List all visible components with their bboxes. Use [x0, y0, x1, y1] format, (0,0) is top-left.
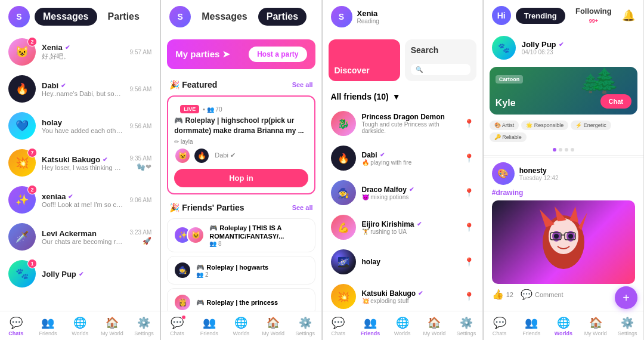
nav-worlds[interactable]: 🌐 Worlds: [64, 315, 96, 338]
friend-item[interactable]: 💥 Katsuki Bakugo ✔ 💥 exploding stuff 📍: [323, 279, 482, 311]
friend-item[interactable]: 💪 Eijiro Kirishima ✔ 🏋 rushing to UA 📍: [323, 210, 482, 245]
screen2-header: S Messages Parties: [161, 0, 321, 33]
chat-item[interactable]: 🗡️ Levi Ackerman Our chats are becoming …: [0, 218, 160, 255]
parties-tab[interactable]: Parties: [102, 8, 145, 26]
nav-friends[interactable]: 👥 Friends: [193, 315, 225, 338]
nav-myworld[interactable]: 🏠 My World: [96, 315, 128, 338]
featured-party-title: 🎮 Roleplay | highschool rp(pick ur dormm…: [174, 116, 308, 136]
screen-worlds: Hi Trending Following 99+ 🔔 🐾 Jolly Pup …: [484, 0, 644, 340]
location-icon: 📍: [464, 292, 474, 301]
friend-item[interactable]: 🔥 Dabi ✔ 🔥 playing with fire 📍: [323, 141, 482, 175]
friends-parties-section-header: 🎉 Friends' Parties See all: [161, 198, 321, 215]
search-button[interactable]: Search: [405, 39, 476, 81]
messages-tab[interactable]: Messages: [196, 8, 253, 26]
user-avatar: S: [8, 6, 30, 27]
chat-list: 😺 2 Xenia ✔ 好,好吧。 9:57 AM 🔥: [0, 33, 160, 311]
nav-label-worlds: Worlds: [555, 330, 572, 336]
nav-chats[interactable]: 💬 Chats: [161, 315, 193, 338]
location-icon: 📍: [464, 153, 474, 163]
chat-time: 9:56 AM: [130, 123, 152, 129]
chat-time: 9:35 AM: [130, 155, 152, 162]
search-input[interactable]: [411, 64, 470, 75]
nav-settings[interactable]: ⚙️ Settings: [128, 315, 160, 338]
nav-myworld[interactable]: 🏠 My World: [580, 315, 612, 338]
nav-label-chats: Chats: [332, 330, 346, 336]
featured-see-all[interactable]: See all: [292, 81, 313, 88]
chat-item[interactable]: 🐾 1 Jolly Pup ✔: [0, 255, 160, 292]
messages-tab[interactable]: Messages: [35, 8, 97, 26]
nav-worlds[interactable]: 🌐 Worlds: [547, 315, 580, 338]
friends-icon: 👥: [41, 316, 54, 329]
nav-worlds[interactable]: 🌐 Worlds: [225, 315, 258, 338]
nav-myworld[interactable]: 🏠 My World: [418, 315, 450, 338]
chat-item[interactable]: 💥 7 Katsuki Bakugo ✔ Hey loser, I was th…: [0, 144, 160, 181]
jolly-pup-card[interactable]: 🐾 Jolly Pup ✔ 04/10 06:23: [484, 31, 643, 64]
host-party-button[interactable]: Host a party: [249, 47, 306, 62]
friend-item[interactable]: 🌌 holay 📍: [323, 245, 482, 279]
discover-button[interactable]: Discover: [329, 39, 400, 81]
friend-avatar: 🧙: [331, 180, 356, 205]
post-username: honesty: [519, 166, 559, 175]
friends-parties-see-all[interactable]: See all: [292, 204, 313, 211]
nav-friends[interactable]: 👥 Friends: [354, 315, 386, 338]
nav-settings[interactable]: ⚙️ Settings: [450, 315, 482, 338]
nav-chats[interactable]: 💬 Chats: [484, 315, 516, 338]
fab-add-button[interactable]: +: [615, 286, 637, 309]
following-button[interactable]: Following 99+: [570, 7, 617, 24]
friends-icon: 👥: [203, 316, 216, 329]
nav-friends[interactable]: 👥 Friends: [515, 315, 547, 338]
nav-settings[interactable]: ⚙️ Settings: [289, 315, 321, 338]
avatar: ✨ 2: [8, 186, 36, 214]
chat-name: holay: [42, 118, 62, 127]
trending-button[interactable]: Trending: [516, 8, 565, 24]
nav-chats[interactable]: 💬 Chats: [323, 315, 355, 338]
nav-settings[interactable]: ⚙️ Settings: [611, 315, 643, 338]
featured-party-card[interactable]: LIVE • 👥 70 🎮 Roleplay | highschool rp(p…: [167, 95, 315, 194]
my-parties-banner[interactable]: My parties ➤ Host a party: [167, 39, 315, 69]
following-count: 99+: [589, 18, 598, 24]
live-count: • 👥 70: [203, 106, 222, 113]
chat-item[interactable]: ✨ 2 xeniaa ✔ Oof!! Look at me! I'm so cu…: [0, 181, 160, 218]
character-art: [528, 203, 599, 281]
chats-icon: 💬: [493, 316, 506, 329]
chat-name: Jolly Pup: [42, 270, 76, 279]
header-username: Xenia: [357, 9, 379, 18]
party-avatar: 🧙: [174, 261, 191, 279]
friend-status: 😈 mixing potions: [362, 194, 458, 200]
nav-label-friends: Friends: [200, 330, 218, 336]
friend-item[interactable]: 🧙 Draco Malfoy ✔ 😈 mixing potions 📍: [323, 175, 482, 210]
post-image: [492, 200, 635, 284]
nav-chats[interactable]: 💬 Chats: [0, 315, 32, 338]
location-icon: 📍: [464, 257, 474, 267]
nav-worlds[interactable]: 🌐 Worlds: [386, 315, 419, 338]
nav-label-chats: Chats: [170, 330, 184, 336]
avatar: 🗡️: [8, 223, 36, 251]
screen3-header: S Xenia Reading: [323, 0, 482, 33]
bottom-nav: 💬 Chats 👥 Friends 🌐 Worlds 🏠 My World ⚙️…: [323, 311, 482, 340]
party-card[interactable]: 👸 🎮 Roleplay | the princess: [167, 288, 315, 311]
nav-label-myworld: My World: [423, 330, 445, 336]
friend-item[interactable]: 🐉 Princess Dragon Demon Tough and cute P…: [323, 106, 482, 141]
screen-parties: S Messages Parties My parties ➤ Host a p…: [161, 0, 321, 340]
chat-item[interactable]: 😺 2 Xenia ✔ 好,好吧。 9:57 AM: [0, 33, 160, 70]
hop-in-button[interactable]: Hop in: [174, 169, 308, 187]
nav-friends[interactable]: 👥 Friends: [32, 315, 64, 338]
chat-item[interactable]: 🔥 Dabi ✔ Hey..name's Dabi, but some... 9…: [0, 70, 160, 107]
chat-item[interactable]: 💙 holay You have added each other ... 9:…: [0, 107, 160, 144]
parties-tab[interactable]: Parties: [258, 8, 306, 26]
dot-2: [559, 148, 562, 152]
nav-myworld[interactable]: 🏠 My World: [257, 315, 289, 338]
chats-icon: 💬: [10, 316, 23, 329]
like-button[interactable]: 👍 12: [492, 289, 513, 300]
party-card[interactable]: 🧙 🎮 Roleplay | hogwarts 👥 2: [167, 256, 315, 285]
svg-point-9: [568, 234, 573, 239]
chats-icon: 💬: [171, 316, 184, 329]
comment-button[interactable]: 💬 Comment: [521, 289, 564, 300]
kyle-card[interactable]: Cartoon Kyle Chat 🌲 🌲: [490, 67, 637, 115]
party-card[interactable]: ✨ 😺 🎮 Roleplay | THIS IS A ROMANTIC/FANT…: [167, 218, 315, 253]
user-avatar: S: [331, 6, 352, 27]
bell-icon[interactable]: 🔔: [622, 9, 635, 22]
friend-status: 💥 exploding stuff: [362, 298, 458, 304]
nav-label-worlds: Worlds: [233, 330, 249, 336]
bottom-nav: 💬 Chats 👥 Friends 🌐 Worlds 🏠 My World ⚙️…: [0, 311, 160, 340]
